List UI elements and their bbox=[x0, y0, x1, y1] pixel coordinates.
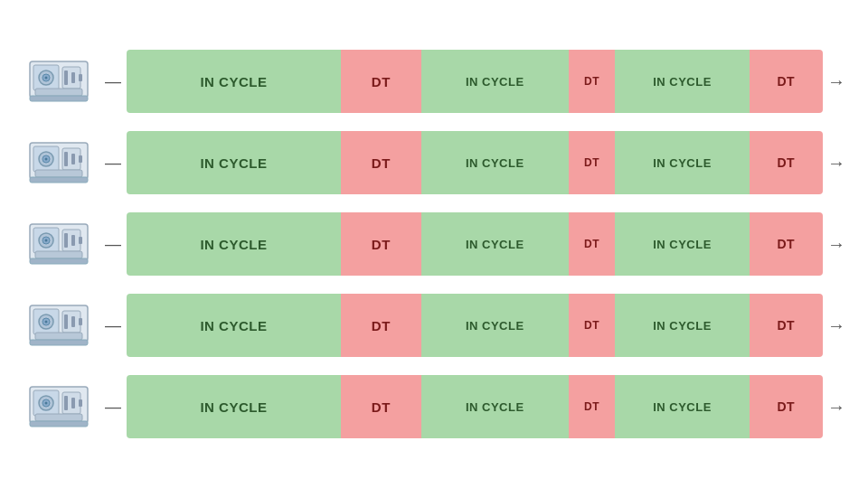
svg-rect-54 bbox=[79, 399, 82, 407]
svg-rect-8 bbox=[64, 70, 68, 85]
arrow-left: — bbox=[99, 398, 127, 417]
segment-dt-1: DT bbox=[341, 375, 421, 438]
timeline-bar: IN CYCLE DT IN CYCLE DT IN CYCLE DT bbox=[127, 50, 823, 113]
svg-rect-6 bbox=[35, 89, 82, 96]
svg-rect-10 bbox=[79, 74, 82, 81]
svg-rect-19 bbox=[64, 152, 68, 166]
segment-dt-3: DT bbox=[750, 50, 823, 113]
svg-rect-31 bbox=[71, 235, 75, 246]
segment-in-cycle-1: IN CYCLE bbox=[127, 294, 341, 357]
arrow-left: — bbox=[99, 72, 127, 91]
segment-in-cycle-1: IN CYCLE bbox=[127, 375, 341, 438]
svg-rect-52 bbox=[64, 396, 68, 410]
svg-rect-32 bbox=[79, 237, 82, 244]
segment-in-cycle-2: IN CYCLE bbox=[421, 131, 569, 194]
machine-rows-container: — IN CYCLE DT IN CYCLE DT IN CYCLE DT → bbox=[0, 35, 868, 453]
segment-in-cycle-3: IN CYCLE bbox=[615, 375, 749, 438]
segment-in-cycle-2: IN CYCLE bbox=[421, 294, 569, 357]
segment-dt-1: DT bbox=[341, 50, 421, 113]
segment-dt-3: DT bbox=[750, 375, 823, 438]
segment-dt-1: DT bbox=[341, 131, 421, 194]
segment-dt-2: DT bbox=[569, 375, 616, 438]
segment-in-cycle-1: IN CYCLE bbox=[127, 212, 341, 276]
segment-in-cycle-2: IN CYCLE bbox=[421, 50, 569, 113]
segment-dt-2: DT bbox=[569, 131, 616, 194]
svg-rect-17 bbox=[35, 170, 82, 177]
arrow-right: → bbox=[823, 153, 850, 174]
machine-row: — IN CYCLE DT IN CYCLE DT IN CYCLE DT → bbox=[18, 288, 850, 362]
svg-point-38 bbox=[45, 321, 48, 324]
segment-in-cycle-2: IN CYCLE bbox=[421, 375, 569, 438]
segment-dt-2: DT bbox=[569, 212, 616, 276]
svg-rect-29 bbox=[30, 258, 88, 264]
machine-icon bbox=[18, 380, 99, 434]
svg-point-5 bbox=[45, 77, 48, 80]
segment-dt-1: DT bbox=[341, 212, 421, 276]
svg-point-49 bbox=[45, 402, 48, 405]
svg-rect-42 bbox=[71, 316, 75, 327]
segment-in-cycle-3: IN CYCLE bbox=[615, 212, 749, 276]
svg-rect-53 bbox=[71, 398, 75, 408]
timeline-bar: IN CYCLE DT IN CYCLE DT IN CYCLE DT bbox=[127, 131, 823, 194]
svg-rect-51 bbox=[30, 421, 88, 427]
arrow-right: → bbox=[823, 397, 850, 418]
svg-rect-43 bbox=[79, 318, 82, 325]
svg-rect-41 bbox=[64, 314, 68, 329]
arrow-right: → bbox=[823, 315, 850, 336]
arrow-right: → bbox=[823, 71, 850, 92]
segment-dt-3: DT bbox=[750, 212, 823, 276]
machine-row: — IN CYCLE DT IN CYCLE DT IN CYCLE DT → bbox=[18, 126, 850, 200]
segment-dt-1: DT bbox=[341, 294, 421, 357]
machine-row: — IN CYCLE DT IN CYCLE DT IN CYCLE DT → bbox=[18, 44, 850, 118]
svg-rect-9 bbox=[71, 72, 75, 83]
svg-rect-18 bbox=[30, 177, 88, 183]
svg-rect-39 bbox=[35, 333, 82, 340]
segment-in-cycle-1: IN CYCLE bbox=[127, 131, 341, 194]
svg-rect-50 bbox=[35, 414, 82, 421]
machine-icon bbox=[18, 298, 99, 352]
segment-in-cycle-2: IN CYCLE bbox=[421, 212, 569, 276]
svg-rect-21 bbox=[79, 155, 82, 163]
svg-point-27 bbox=[45, 239, 48, 242]
segment-dt-2: DT bbox=[569, 50, 616, 113]
svg-rect-7 bbox=[30, 96, 88, 101]
segment-dt-3: DT bbox=[750, 294, 823, 357]
machine-row: — IN CYCLE DT IN CYCLE DT IN CYCLE DT → bbox=[18, 207, 850, 281]
segment-dt-3: DT bbox=[750, 131, 823, 194]
machine-icon bbox=[18, 136, 99, 190]
segment-dt-2: DT bbox=[569, 294, 616, 357]
timeline-bar: IN CYCLE DT IN CYCLE DT IN CYCLE DT bbox=[127, 212, 823, 276]
svg-rect-40 bbox=[30, 340, 88, 345]
svg-rect-28 bbox=[35, 251, 82, 258]
segment-in-cycle-1: IN CYCLE bbox=[127, 50, 341, 113]
segment-in-cycle-3: IN CYCLE bbox=[615, 50, 749, 113]
timeline-bar: IN CYCLE DT IN CYCLE DT IN CYCLE DT bbox=[127, 375, 823, 438]
svg-point-16 bbox=[45, 158, 48, 161]
machine-icon bbox=[18, 54, 99, 108]
svg-rect-30 bbox=[64, 233, 68, 248]
arrow-left: — bbox=[99, 316, 127, 335]
arrow-left: — bbox=[99, 235, 127, 254]
machine-icon bbox=[18, 217, 99, 271]
svg-rect-20 bbox=[71, 154, 75, 164]
arrow-left: — bbox=[99, 154, 127, 173]
arrow-right: → bbox=[823, 234, 850, 255]
timeline-bar: IN CYCLE DT IN CYCLE DT IN CYCLE DT bbox=[127, 294, 823, 357]
segment-in-cycle-3: IN CYCLE bbox=[615, 131, 749, 194]
segment-in-cycle-3: IN CYCLE bbox=[615, 294, 749, 357]
machine-row: — IN CYCLE DT IN CYCLE DT IN CYCLE DT → bbox=[18, 370, 850, 444]
